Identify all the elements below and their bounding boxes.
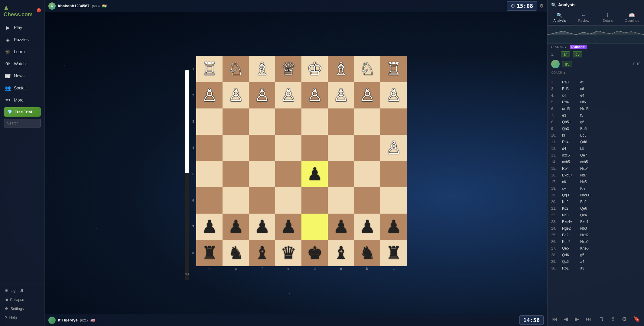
tab-openings[interactable]: 📖 Openings bbox=[620, 10, 644, 25]
piece-r1c0[interactable]: ♙ bbox=[202, 86, 217, 104]
piece-r3c7[interactable]: ♙ bbox=[386, 139, 402, 157]
free-trial-button[interactable]: 💎 Free Trial bbox=[4, 107, 41, 117]
square-r7c2[interactable]: ♝ bbox=[249, 240, 275, 266]
move-white-10[interactable]: f3 bbox=[561, 133, 579, 138]
square-r4c7[interactable] bbox=[380, 161, 407, 187]
move-black-6[interactable]: Nxd5 bbox=[579, 106, 597, 111]
last-move-button[interactable]: ⏭ bbox=[583, 315, 594, 324]
move-black-19[interactable]: Nbd3+ bbox=[579, 193, 597, 198]
square-r6c5[interactable]: ♟ bbox=[328, 214, 354, 240]
coach-move[interactable]: d5 bbox=[562, 61, 572, 67]
move-white-3[interactable]: Rd3 bbox=[561, 86, 579, 91]
move-white-9[interactable]: Qh3 bbox=[561, 126, 579, 131]
move-black-12[interactable]: b5 bbox=[579, 146, 597, 151]
move-white-19[interactable]: Qg3 bbox=[561, 193, 579, 198]
move-white-6[interactable]: cxd5 bbox=[561, 106, 579, 111]
move-black-26[interactable]: Nxb2 bbox=[579, 239, 597, 244]
move-black-28[interactable]: g5 bbox=[579, 253, 597, 257]
move-black-24[interactable]: Nb3 bbox=[579, 226, 597, 231]
square-r3c4[interactable] bbox=[301, 135, 328, 161]
sidebar-item-play[interactable]: ▶ Play bbox=[0, 21, 44, 34]
square-r3c3[interactable] bbox=[275, 135, 301, 161]
sidebar-item-news[interactable]: 📰 News bbox=[0, 70, 44, 82]
move-black-14[interactable]: cxb5 bbox=[579, 160, 597, 164]
square-r3c5[interactable] bbox=[328, 135, 354, 161]
move-black-10[interactable]: Bc5 bbox=[579, 133, 597, 138]
square-r6c2[interactable]: ♟ bbox=[249, 214, 275, 240]
move-black-9[interactable]: Be6 bbox=[579, 126, 597, 131]
move-black-18[interactable]: Kf7 bbox=[579, 186, 597, 191]
move-black-25[interactable]: Nxd2 bbox=[579, 233, 597, 237]
square-r3c1[interactable] bbox=[223, 135, 249, 161]
piece-r7c7[interactable]: ♜ bbox=[386, 244, 402, 262]
move-black-11[interactable]: Qd6 bbox=[579, 140, 597, 144]
move-black-30[interactable]: a3 bbox=[579, 266, 597, 271]
move-white-26[interactable]: Ked2 bbox=[561, 239, 579, 244]
square-r2c3[interactable] bbox=[275, 108, 301, 135]
piece-r6c3[interactable]: ♟ bbox=[281, 218, 296, 235]
move-white-11[interactable]: Rc4 bbox=[561, 140, 579, 144]
next-move-button[interactable]: ▶ bbox=[572, 315, 581, 324]
square-r7c4[interactable]: ♚ bbox=[301, 240, 328, 266]
move-black-17[interactable]: Nc5 bbox=[579, 179, 597, 184]
square-r2c5[interactable] bbox=[328, 108, 354, 135]
piece-r0c4[interactable]: ♔ bbox=[307, 60, 323, 78]
move-white-13[interactable]: dxc5 bbox=[561, 153, 579, 158]
square-r5c4[interactable] bbox=[301, 187, 328, 214]
square-r1c3[interactable]: ♙ bbox=[275, 82, 301, 108]
piece-r0c7[interactable]: ♖ bbox=[386, 60, 402, 78]
move-white-20[interactable]: Kd2 bbox=[561, 199, 579, 204]
sidebar-item-social[interactable]: 👥 Social bbox=[0, 82, 44, 94]
search-input[interactable] bbox=[4, 119, 41, 127]
square-r0c2[interactable]: ♗ bbox=[249, 56, 275, 82]
square-r4c2[interactable] bbox=[249, 161, 275, 187]
square-r2c6[interactable] bbox=[354, 108, 380, 135]
piece-r6c0[interactable]: ♟ bbox=[202, 218, 217, 235]
square-r6c1[interactable]: ♟ bbox=[223, 214, 249, 240]
square-r1c0[interactable]: ♙ bbox=[196, 82, 223, 108]
square-r7c7[interactable]: ♜ bbox=[380, 240, 407, 266]
square-r7c3[interactable]: ♛ bbox=[275, 240, 301, 266]
square-r0c7[interactable]: ♖ bbox=[380, 56, 407, 82]
first-move-white[interactable]: a4 bbox=[561, 51, 570, 57]
square-r5c7[interactable] bbox=[380, 187, 407, 214]
square-r1c5[interactable]: ♙ bbox=[328, 82, 354, 108]
piece-r1c5[interactable]: ♙ bbox=[333, 86, 349, 104]
square-r0c0[interactable]: ♖ bbox=[196, 56, 223, 82]
move-white-4[interactable]: c4 bbox=[561, 93, 579, 98]
square-r2c4[interactable] bbox=[301, 108, 328, 135]
move-white-12[interactable]: d4 bbox=[561, 146, 579, 151]
move-black-2[interactable]: e5 bbox=[579, 80, 597, 85]
piece-r4c4[interactable]: ♟ bbox=[307, 165, 323, 183]
move-white-22[interactable]: Nc3 bbox=[561, 213, 579, 218]
move-white-25[interactable]: Bd2 bbox=[561, 233, 579, 237]
square-r6c4[interactable] bbox=[301, 214, 328, 240]
square-r7c5[interactable]: ♝ bbox=[328, 240, 354, 266]
square-r6c6[interactable]: ♟ bbox=[354, 214, 380, 240]
move-black-4[interactable]: e4 bbox=[579, 93, 597, 98]
square-r4c5[interactable] bbox=[328, 161, 354, 187]
square-r4c1[interactable] bbox=[223, 161, 249, 187]
square-r5c6[interactable] bbox=[354, 187, 380, 214]
sidebar-item-puzzles[interactable]: ◈ Puzzles bbox=[0, 34, 44, 46]
piece-r6c5[interactable]: ♟ bbox=[333, 218, 349, 235]
move-white-17[interactable]: c6 bbox=[561, 179, 579, 184]
move-white-15[interactable]: Rb4 bbox=[561, 166, 579, 171]
square-r2c0[interactable] bbox=[196, 108, 223, 135]
piece-r6c1[interactable]: ♟ bbox=[228, 218, 244, 235]
square-r2c7[interactable] bbox=[380, 108, 407, 135]
move-white-14[interactable]: axb5 bbox=[561, 160, 579, 164]
move-white-7[interactable]: e3 bbox=[561, 113, 579, 118]
piece-r7c1[interactable]: ♞ bbox=[228, 244, 244, 262]
square-r1c7[interactable]: ♙ bbox=[380, 82, 407, 108]
square-r5c1[interactable] bbox=[223, 187, 249, 214]
move-white-21[interactable]: Kc2 bbox=[561, 206, 579, 211]
square-r3c6[interactable] bbox=[354, 135, 380, 161]
piece-r1c2[interactable]: ♙ bbox=[254, 86, 270, 104]
piece-r0c0[interactable]: ♖ bbox=[202, 60, 217, 78]
square-r5c3[interactable] bbox=[275, 187, 301, 214]
square-r0c4[interactable]: ♔ bbox=[301, 56, 328, 82]
square-r4c3[interactable] bbox=[275, 161, 301, 187]
square-r3c7[interactable]: ♙ bbox=[380, 135, 407, 161]
move-black-22[interactable]: Qc4 bbox=[579, 213, 597, 218]
